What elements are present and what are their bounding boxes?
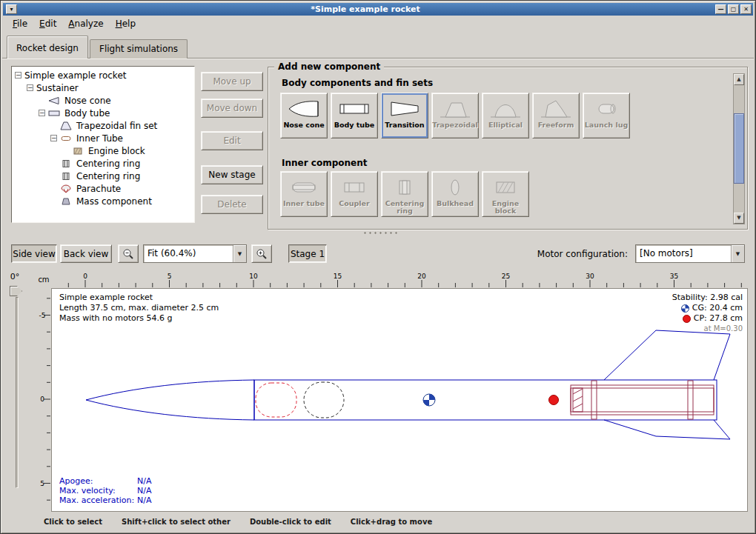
rocket-drawing-area[interactable]: Simple example rocket Length 37.5 cm, ma… — [51, 288, 748, 512]
svg-text:5: 5 — [168, 273, 172, 280]
scrollbar-thumb[interactable] — [734, 113, 744, 184]
component-button-inner-tube: Inner tube — [280, 171, 328, 217]
side-view-button[interactable]: Side view — [11, 244, 57, 263]
motor-configuration-select[interactable]: [No motors] ▼ — [635, 244, 745, 263]
horizontal-ruler-svg: 05101520253035 — [51, 271, 748, 288]
component-button-body-tube[interactable]: Body tube — [331, 93, 378, 138]
svg-text:30: 30 — [586, 273, 594, 280]
rocket-name: Simple example rocket — [59, 293, 219, 303]
component-button-elliptical: Elliptical — [482, 93, 529, 138]
zoom-level-select[interactable]: Fit (60.4%) ▼ — [143, 244, 247, 263]
inner-tube-shape[interactable] — [571, 385, 714, 415]
close-button[interactable]: ✕ — [740, 4, 752, 14]
component-button-trapezoidal: Trapezoidal — [431, 93, 479, 138]
mach-condition: at M=0.30 — [672, 324, 743, 334]
tree-item-mass-component[interactable]: Mass component — [13, 195, 193, 207]
trapezoidal-fin-icon — [439, 98, 471, 120]
menu-help[interactable]: Help — [110, 17, 142, 31]
inner-tube-wall-shape — [571, 388, 714, 412]
window-menu-icon[interactable]: ▾ — [6, 4, 17, 14]
scroll-up-icon[interactable]: ▲ — [734, 74, 744, 85]
cg-value: CG: 20.4 cm — [692, 303, 743, 313]
group-title: Add new component — [274, 61, 384, 72]
body-tube-icon — [338, 98, 371, 120]
splitter-handle[interactable] — [362, 231, 398, 235]
main-tabs: Rocket design Flight simulations — [7, 35, 189, 59]
menu-file[interactable]: File — [7, 17, 33, 31]
edit-button: Edit — [201, 131, 263, 150]
component-button-freeform: Freeform — [532, 93, 580, 138]
rotation-slider-handle[interactable] — [10, 286, 22, 296]
fin-set-icon — [60, 121, 74, 130]
tree-item-sustainer[interactable]: − Sustainer — [13, 81, 193, 94]
rotation-slider-track[interactable] — [16, 297, 19, 488]
tree-item-inner-tube[interactable]: − Inner Tube — [13, 132, 193, 144]
palette-scrollbar[interactable]: ▲ ▼ — [733, 73, 745, 224]
tree-item-body-tube[interactable]: − Body tube — [13, 107, 193, 119]
tree-item-trapezoidal-fin-set[interactable]: Trapezoidal fin set — [13, 119, 193, 132]
motor-configuration-label: Motor configuration: — [537, 249, 628, 259]
inner-component-section-title: Inner component — [282, 158, 367, 168]
design-panel: − Simple example rocket − Sustainer Nose… — [2, 58, 754, 238]
svg-text:0: 0 — [83, 273, 87, 280]
move-down-button: Move down — [201, 99, 263, 118]
openrocket-window: ▾ *Simple example rocket — ▢ ✕ File Edit… — [0, 0, 756, 534]
body-components-section-title: Body components and fin sets — [282, 78, 433, 88]
inner-tube-icon — [288, 176, 320, 198]
svg-text:5: 5 — [40, 480, 44, 487]
tree-item-centering-ring-2[interactable]: Centering ring — [13, 170, 193, 182]
freeform-fin-icon — [540, 98, 572, 120]
zoom-in-button[interactable] — [251, 244, 272, 263]
body-tube-shape[interactable] — [254, 380, 717, 420]
chevron-down-icon[interactable]: ▼ — [233, 245, 246, 262]
stage-1-toggle[interactable]: Stage 1 — [288, 244, 327, 263]
tree-item-nose-cone[interactable]: Nose cone — [13, 94, 193, 107]
tree-item-centering-ring-1[interactable]: Centering ring — [13, 157, 193, 170]
delete-button: Delete — [201, 195, 263, 214]
component-button-engine-block: Engine block — [482, 171, 529, 217]
collapse-toggle-icon[interactable]: − — [39, 110, 45, 116]
component-button-transition[interactable]: Transition — [381, 93, 428, 138]
scroll-down-icon[interactable]: ▼ — [734, 213, 744, 224]
inner-components-row: Inner tube Coupler Centering ring Bulkhe… — [280, 171, 529, 217]
collapse-toggle-icon[interactable]: − — [50, 135, 57, 141]
svg-text:10: 10 — [249, 273, 258, 280]
svg-text:25: 25 — [502, 273, 510, 280]
mass-component-shape[interactable] — [304, 382, 344, 418]
collapse-toggle-icon[interactable]: − — [15, 72, 21, 79]
tree-item-rocket[interactable]: − Simple example rocket — [13, 69, 193, 81]
centering-ring-icon — [60, 159, 74, 168]
chevron-down-icon[interactable]: ▼ — [731, 245, 744, 262]
rocket-info: Simple example rocket Length 37.5 cm, ma… — [59, 293, 219, 324]
move-up-button: Move up — [201, 72, 263, 91]
tab-flight-simulations[interactable]: Flight simulations — [90, 39, 188, 59]
centering-ring-shape[interactable] — [591, 381, 597, 419]
nose-cone-icon — [288, 98, 320, 120]
maximize-button[interactable]: ▢ — [728, 4, 739, 14]
menubar: File Edit Analyze Help — [3, 16, 753, 32]
zoom-out-button[interactable] — [118, 244, 139, 263]
fin-top-shape[interactable] — [604, 330, 730, 380]
new-stage-button[interactable]: New stage — [201, 165, 263, 184]
component-button-nose-cone[interactable]: Nose cone — [280, 93, 328, 138]
centering-ring-icon — [60, 172, 74, 181]
centering-ring-shape[interactable] — [688, 381, 693, 419]
ruler-unit-label: cm — [36, 271, 51, 288]
tree-item-parachute[interactable]: Parachute — [13, 182, 193, 195]
engine-block-shape[interactable] — [573, 388, 583, 412]
parachute-shape[interactable] — [256, 383, 296, 417]
component-tree[interactable]: − Simple example rocket − Sustainer Nose… — [11, 66, 195, 223]
vertical-ruler-svg: -505 — [36, 288, 51, 512]
statusbar: Click to select Shift+click to select ot… — [2, 515, 754, 528]
collapse-toggle-icon[interactable]: − — [27, 84, 33, 91]
back-view-button[interactable]: Back view — [60, 244, 112, 263]
menu-analyze[interactable]: Analyze — [62, 17, 109, 31]
tree-item-engine-block[interactable]: Engine block — [13, 144, 193, 157]
component-button-launch-lug: Launch lug — [583, 93, 630, 138]
nose-cone-shape[interactable] — [86, 380, 254, 420]
tab-rocket-design[interactable]: Rocket design — [7, 36, 88, 59]
menu-edit[interactable]: Edit — [33, 17, 62, 31]
fin-bottom-shape[interactable] — [604, 420, 730, 439]
coupler-icon — [338, 176, 371, 198]
minimize-button[interactable]: — — [715, 4, 726, 14]
